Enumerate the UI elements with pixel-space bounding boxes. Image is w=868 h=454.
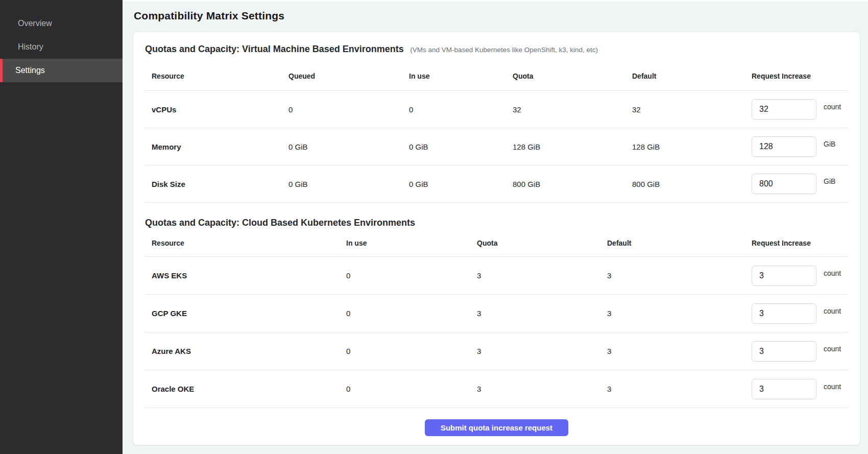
unit-label: GiB — [824, 177, 835, 185]
sidebar-item-label: Settings — [15, 66, 45, 75]
resource-name: GCP GKE — [145, 309, 346, 318]
resource-name: Oracle OKE — [145, 385, 346, 393]
column-header-in-use: In use — [409, 72, 513, 80]
request-increase-cell: count — [752, 379, 848, 399]
table-row-vcpus: vCPUs 0 0 32 32 count — [145, 91, 848, 128]
table-row-azure-aks: Azure AKS 0 3 3 count — [145, 332, 848, 370]
resource-name: Disk Size — [145, 180, 288, 188]
queued-value: 0 GiB — [288, 180, 409, 188]
sidebar: Overview History Settings — [0, 0, 123, 454]
quota-value: 3 — [477, 385, 607, 393]
request-increase-cell: count — [752, 99, 848, 120]
in-use-value: 0 — [346, 347, 477, 355]
column-header-default: Default — [607, 239, 752, 247]
table-row-memory: Memory 0 GiB 0 GiB 128 GiB 128 GiB GiB — [145, 128, 848, 165]
request-increase-cell: count — [752, 266, 848, 286]
vm-table-header: Resource Queued In use Quota Default Req… — [145, 56, 848, 91]
unit-label: count — [824, 307, 841, 315]
resource-name: vCPUs — [145, 105, 288, 114]
aws-eks-request-input[interactable] — [752, 266, 816, 286]
vm-section-header: Quotas and Capacity: Virtual Machine Bas… — [145, 32, 848, 56]
column-header-quota: Quota — [513, 72, 632, 80]
unit-label: count — [824, 345, 841, 353]
quotas-card: Quotas and Capacity: Virtual Machine Bas… — [133, 32, 860, 445]
column-header-resource: Resource — [145, 239, 346, 247]
request-increase-cell: GiB — [752, 174, 848, 194]
cloud-section-title: Quotas and Capacity: Cloud Based Kuberne… — [145, 218, 415, 228]
column-header-resource: Resource — [145, 72, 288, 80]
default-value: 3 — [607, 309, 752, 318]
in-use-value: 0 — [346, 309, 477, 318]
cloud-table-header: Resource In use Quota Default Request In… — [145, 230, 848, 257]
memory-request-input[interactable] — [752, 136, 816, 157]
column-header-default: Default — [632, 72, 752, 80]
unit-label: count — [824, 269, 841, 277]
in-use-value: 0 GiB — [409, 180, 513, 188]
in-use-value: 0 — [346, 385, 477, 393]
sidebar-item-settings[interactable]: Settings — [0, 59, 123, 82]
default-value: 32 — [632, 105, 752, 114]
default-value: 3 — [607, 347, 752, 355]
vcpus-request-input[interactable] — [752, 99, 816, 120]
column-header-request-increase: Request Increase — [752, 239, 848, 247]
column-header-request-increase: Request Increase — [752, 72, 848, 80]
in-use-value: 0 GiB — [409, 142, 513, 151]
sidebar-item-label: Overview — [18, 19, 52, 28]
request-increase-cell: GiB — [752, 136, 848, 157]
in-use-value: 0 — [346, 271, 477, 280]
table-row-gcp-gke: GCP GKE 0 3 3 count — [145, 295, 848, 332]
request-increase-cell: count — [752, 303, 848, 324]
page-title: Compatibility Matrix Settings — [134, 9, 868, 22]
sidebar-item-overview[interactable]: Overview — [0, 12, 123, 35]
column-header-quota: Quota — [477, 239, 607, 247]
card-footer: Submit quota increase request — [145, 408, 848, 447]
sidebar-item-history[interactable]: History — [0, 35, 123, 59]
unit-label: GiB — [824, 140, 835, 148]
quota-value: 3 — [477, 347, 607, 355]
column-header-in-use: In use — [346, 239, 477, 247]
table-row-aws-eks: AWS EKS 0 3 3 count — [145, 257, 848, 295]
column-header-queued: Queued — [288, 72, 409, 80]
resource-name: AWS EKS — [145, 271, 346, 280]
oracle-oke-request-input[interactable] — [752, 379, 816, 399]
unit-label: count — [824, 103, 841, 111]
top-strip — [123, 0, 868, 2]
request-increase-cell: count — [752, 341, 848, 362]
unit-label: count — [824, 383, 841, 391]
vm-section-subtitle: (VMs and VM-based Kubernetes like OpenSh… — [410, 46, 598, 54]
main-content: Compatibility Matrix Settings Quotas and… — [123, 0, 868, 454]
quota-value: 128 GiB — [513, 142, 632, 151]
quota-value: 800 GiB — [513, 180, 632, 188]
default-value: 3 — [607, 271, 752, 280]
gcp-gke-request-input[interactable] — [752, 303, 816, 324]
queued-value: 0 — [288, 105, 409, 114]
resource-name: Memory — [145, 142, 288, 151]
quota-value: 32 — [513, 105, 632, 114]
disk-size-request-input[interactable] — [752, 174, 816, 194]
cloud-section-header: Quotas and Capacity: Cloud Based Kuberne… — [145, 203, 848, 230]
resource-name: Azure AKS — [145, 347, 346, 355]
vm-section-title: Quotas and Capacity: Virtual Machine Bas… — [145, 44, 404, 54]
in-use-value: 0 — [409, 105, 513, 114]
default-value: 3 — [607, 385, 752, 393]
quota-value: 3 — [477, 309, 607, 318]
table-row-disk-size: Disk Size 0 GiB 0 GiB 800 GiB 800 GiB Gi… — [145, 165, 848, 203]
azure-aks-request-input[interactable] — [752, 341, 816, 362]
quota-value: 3 — [477, 271, 607, 280]
table-row-oracle-oke: Oracle OKE 0 3 3 count — [145, 370, 848, 408]
queued-value: 0 GiB — [288, 142, 409, 151]
sidebar-item-label: History — [18, 42, 43, 52]
default-value: 800 GiB — [632, 180, 752, 188]
submit-quota-increase-button[interactable]: Submit quota increase request — [425, 419, 568, 436]
default-value: 128 GiB — [632, 142, 752, 151]
